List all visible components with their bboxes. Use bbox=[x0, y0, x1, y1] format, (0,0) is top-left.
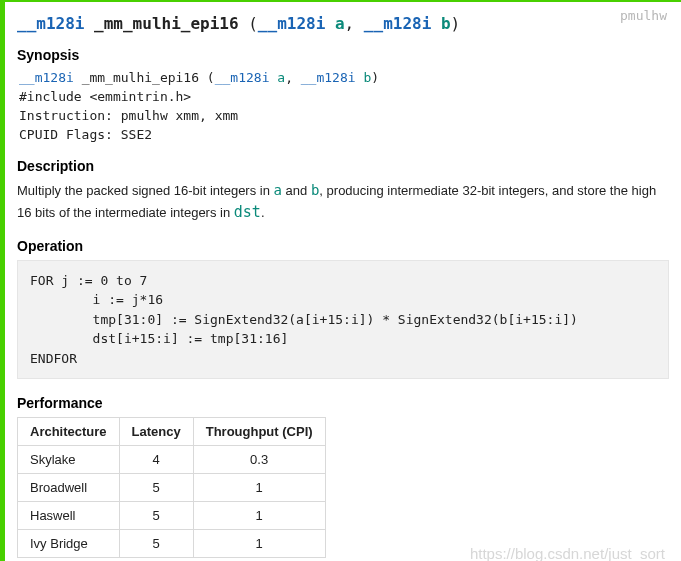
syn-ret-type: __m128i bbox=[19, 70, 74, 85]
description-heading: Description bbox=[17, 158, 669, 174]
latency-cell: 5 bbox=[119, 530, 193, 558]
performance-heading: Performance bbox=[17, 395, 669, 411]
throughput-cell: 1 bbox=[193, 502, 325, 530]
throughput-cell: 1 bbox=[193, 474, 325, 502]
syn-pa-name: a bbox=[277, 70, 285, 85]
table-row: Haswell 5 1 bbox=[18, 502, 326, 530]
comma: , bbox=[345, 14, 355, 33]
desc-part2: and bbox=[282, 183, 311, 198]
syn-comma: , bbox=[285, 70, 293, 85]
col-throughput: Throughput (CPI) bbox=[193, 418, 325, 446]
param-b-type: __m128i bbox=[364, 14, 431, 33]
synopsis-cpuid: CPUID Flags: SSE2 bbox=[19, 126, 669, 145]
intrinsic-doc-card: pmulhw __m128i _mm_mulhi_epi16 (__m128i … bbox=[0, 0, 681, 561]
synopsis-include: #include <emmintrin.h> bbox=[19, 88, 669, 107]
synopsis-instruction: Instruction: pmulhw xmm, xmm bbox=[19, 107, 669, 126]
table-row: Skylake 4 0.3 bbox=[18, 446, 326, 474]
paren-open: ( bbox=[248, 14, 258, 33]
syn-pa-type: __m128i bbox=[215, 70, 270, 85]
arch-cell: Skylake bbox=[18, 446, 120, 474]
syn-paren-open: ( bbox=[207, 70, 215, 85]
synopsis-signature: __m128i _mm_mulhi_epi16 (__m128i a, __m1… bbox=[19, 69, 669, 88]
desc-part4: . bbox=[261, 205, 265, 220]
return-type: __m128i bbox=[17, 14, 84, 33]
syn-func-name: _mm_mulhi_epi16 bbox=[82, 70, 199, 85]
table-row: Broadwell 5 1 bbox=[18, 474, 326, 502]
latency-cell: 4 bbox=[119, 446, 193, 474]
watermark-text: https://blog.csdn.net/just_sort bbox=[470, 545, 665, 561]
operation-code: FOR j := 0 to 7 i := j*16 tmp[31:0] := S… bbox=[17, 260, 669, 380]
table-row: Ivy Bridge 5 1 bbox=[18, 530, 326, 558]
latency-cell: 5 bbox=[119, 502, 193, 530]
operation-heading: Operation bbox=[17, 238, 669, 254]
synopsis-heading: Synopsis bbox=[17, 47, 669, 63]
arch-cell: Broadwell bbox=[18, 474, 120, 502]
arch-cell: Ivy Bridge bbox=[18, 530, 120, 558]
throughput-cell: 0.3 bbox=[193, 446, 325, 474]
table-header-row: Architecture Latency Throughput (CPI) bbox=[18, 418, 326, 446]
param-b-name: b bbox=[441, 14, 451, 33]
param-a-name: a bbox=[335, 14, 345, 33]
syn-paren-close: ) bbox=[371, 70, 379, 85]
throughput-cell: 1 bbox=[193, 530, 325, 558]
instruction-badge: pmulhw bbox=[620, 8, 667, 23]
desc-var-dst: dst bbox=[234, 203, 261, 221]
param-a-type: __m128i bbox=[258, 14, 325, 33]
desc-var-a: a bbox=[274, 182, 282, 198]
syn-pb-type: __m128i bbox=[301, 70, 356, 85]
description-text: Multiply the packed signed 16-bit intege… bbox=[17, 180, 669, 224]
paren-close: ) bbox=[451, 14, 461, 33]
performance-table: Architecture Latency Throughput (CPI) Sk… bbox=[17, 417, 326, 558]
function-name: _mm_mulhi_epi16 bbox=[94, 14, 239, 33]
col-architecture: Architecture bbox=[18, 418, 120, 446]
signature-line: __m128i _mm_mulhi_epi16 (__m128i a, __m1… bbox=[17, 14, 669, 33]
desc-part1: Multiply the packed signed 16-bit intege… bbox=[17, 183, 274, 198]
arch-cell: Haswell bbox=[18, 502, 120, 530]
latency-cell: 5 bbox=[119, 474, 193, 502]
synopsis-block: __m128i _mm_mulhi_epi16 (__m128i a, __m1… bbox=[19, 69, 669, 144]
col-latency: Latency bbox=[119, 418, 193, 446]
